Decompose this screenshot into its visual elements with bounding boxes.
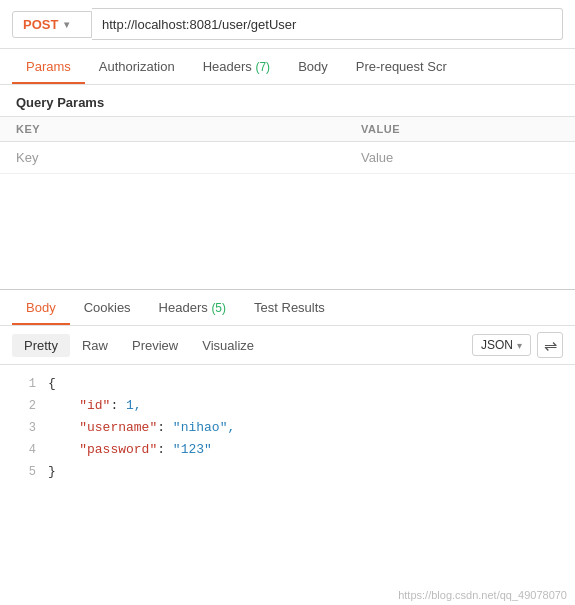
watermark: https://blog.csdn.net/qq_49078070 <box>398 589 567 601</box>
lower-panel: Body Cookies Headers (5) Test Results Pr… <box>0 290 575 605</box>
tab-authorization[interactable]: Authorization <box>85 49 189 84</box>
wrap-icon[interactable]: ⇌ <box>537 332 563 358</box>
json-line-3: 3 "username" : "nihao", <box>0 417 575 439</box>
tab-pre-request[interactable]: Pre-request Scr <box>342 49 461 84</box>
tab-response-body[interactable]: Body <box>12 290 70 325</box>
json-line-4: 4 "password" : "123" <box>0 439 575 461</box>
format-tab-pretty[interactable]: Pretty <box>12 334 70 357</box>
format-tab-visualize[interactable]: Visualize <box>190 334 266 357</box>
url-input[interactable] <box>92 8 563 40</box>
json-line-2: 2 "id" : 1, <box>0 395 575 417</box>
request-tabs: Params Authorization Headers (7) Body Pr… <box>0 49 575 85</box>
format-bar: Pretty Raw Preview Visualize JSON ▾ ⇌ <box>0 326 575 365</box>
col-header-key: KEY <box>0 117 345 142</box>
query-params-section: Query Params <box>0 85 575 116</box>
key-cell: Key <box>0 142 345 174</box>
request-bar: POST ▾ <box>0 0 575 49</box>
format-tab-raw[interactable]: Raw <box>70 334 120 357</box>
col-header-value: VALUE <box>345 117 575 142</box>
response-tabs: Body Cookies Headers (5) Test Results <box>0 290 575 326</box>
params-table: KEY VALUE Key Value <box>0 116 575 174</box>
json-content: 1 { 2 "id" : 1, 3 "username" : "nihao", … <box>0 365 575 491</box>
tab-test-results[interactable]: Test Results <box>240 290 339 325</box>
tab-headers[interactable]: Headers (7) <box>189 49 284 84</box>
method-select[interactable]: POST ▾ <box>12 11 92 38</box>
method-label: POST <box>23 17 58 32</box>
json-format-select[interactable]: JSON ▾ <box>472 334 531 356</box>
tab-body[interactable]: Body <box>284 49 342 84</box>
tab-params[interactable]: Params <box>12 49 85 84</box>
tab-response-headers[interactable]: Headers (5) <box>145 290 240 325</box>
table-row: Key Value <box>0 142 575 174</box>
tab-response-cookies[interactable]: Cookies <box>70 290 145 325</box>
json-line-5: 5 } <box>0 461 575 483</box>
method-chevron-icon: ▾ <box>64 19 69 30</box>
value-cell: Value <box>345 142 575 174</box>
json-line-1: 1 { <box>0 373 575 395</box>
format-tab-preview[interactable]: Preview <box>120 334 190 357</box>
